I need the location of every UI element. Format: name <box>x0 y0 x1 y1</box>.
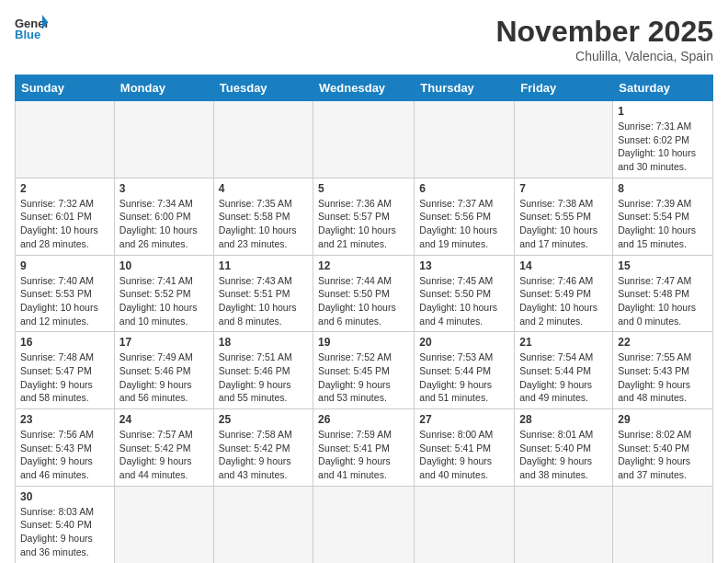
calendar-cell: 26Sunrise: 7:59 AM Sunset: 5:41 PM Dayli… <box>313 409 415 487</box>
day-number: 4 <box>219 182 308 195</box>
calendar-cell: 22Sunrise: 7:55 AM Sunset: 5:43 PM Dayli… <box>613 332 713 409</box>
calendar-cell: 7Sunrise: 7:38 AM Sunset: 5:55 PM Daylig… <box>515 178 613 255</box>
cell-info: Sunrise: 7:58 AM Sunset: 5:42 PM Dayligh… <box>219 428 308 482</box>
cell-info: Sunrise: 7:40 AM Sunset: 5:53 PM Dayligh… <box>20 274 109 328</box>
calendar-cell: 27Sunrise: 8:00 AM Sunset: 5:41 PM Dayli… <box>415 409 515 487</box>
day-number: 27 <box>419 413 509 426</box>
cell-info: Sunrise: 7:35 AM Sunset: 5:58 PM Dayligh… <box>219 197 308 251</box>
day-number: 24 <box>119 413 209 426</box>
cell-info: Sunrise: 7:43 AM Sunset: 5:51 PM Dayligh… <box>219 274 308 328</box>
cell-info: Sunrise: 7:44 AM Sunset: 5:50 PM Dayligh… <box>318 274 409 328</box>
calendar-cell <box>613 486 713 563</box>
cell-info: Sunrise: 7:46 AM Sunset: 5:49 PM Dayligh… <box>519 274 608 328</box>
calendar-cell <box>515 101 613 178</box>
weekday-header-saturday: Saturday <box>613 75 713 101</box>
day-number: 30 <box>20 490 109 503</box>
calendar-cell: 16Sunrise: 7:48 AM Sunset: 5:47 PM Dayli… <box>16 332 115 409</box>
cell-info: Sunrise: 7:49 AM Sunset: 5:46 PM Dayligh… <box>119 350 209 405</box>
week-row-1: 1Sunrise: 7:31 AM Sunset: 6:02 PM Daylig… <box>16 101 713 178</box>
weekday-header-monday: Monday <box>114 75 213 101</box>
day-number: 13 <box>419 259 509 272</box>
calendar-cell <box>213 101 313 178</box>
calendar-cell <box>515 486 613 563</box>
calendar-cell: 30Sunrise: 8:03 AM Sunset: 5:40 PM Dayli… <box>16 486 115 563</box>
calendar-cell <box>114 486 213 563</box>
calendar-cell: 28Sunrise: 8:01 AM Sunset: 5:40 PM Dayli… <box>515 409 613 487</box>
weekday-header-friday: Friday <box>515 75 613 101</box>
cell-info: Sunrise: 8:03 AM Sunset: 5:40 PM Dayligh… <box>20 505 109 559</box>
calendar-table: SundayMondayTuesdayWednesdayThursdayFrid… <box>15 75 713 563</box>
day-number: 22 <box>618 336 708 349</box>
day-number: 23 <box>20 413 109 426</box>
cell-info: Sunrise: 7:51 AM Sunset: 5:46 PM Dayligh… <box>219 350 308 405</box>
cell-info: Sunrise: 8:00 AM Sunset: 5:41 PM Dayligh… <box>419 428 509 482</box>
day-number: 11 <box>219 259 308 272</box>
cell-info: Sunrise: 7:56 AM Sunset: 5:43 PM Dayligh… <box>20 428 109 482</box>
cell-info: Sunrise: 8:01 AM Sunset: 5:40 PM Dayligh… <box>519 428 608 482</box>
svg-text:Blue: Blue <box>15 28 40 40</box>
cell-info: Sunrise: 7:52 AM Sunset: 5:45 PM Dayligh… <box>318 350 409 405</box>
day-number: 5 <box>318 182 409 195</box>
day-number: 21 <box>519 336 608 349</box>
logo: General Blue <box>15 15 48 40</box>
calendar-cell: 19Sunrise: 7:52 AM Sunset: 5:45 PM Dayli… <box>313 332 415 409</box>
cell-info: Sunrise: 7:57 AM Sunset: 5:42 PM Dayligh… <box>119 428 209 482</box>
location-subtitle: Chulilla, Valencia, Spain <box>495 49 713 63</box>
cell-info: Sunrise: 7:54 AM Sunset: 5:44 PM Dayligh… <box>519 350 608 405</box>
cell-info: Sunrise: 7:39 AM Sunset: 5:54 PM Dayligh… <box>618 197 708 251</box>
day-number: 15 <box>618 259 708 272</box>
day-number: 1 <box>618 105 708 118</box>
day-number: 2 <box>20 182 109 195</box>
calendar-cell <box>415 101 515 178</box>
day-number: 9 <box>20 259 109 272</box>
calendar-cell: 25Sunrise: 7:58 AM Sunset: 5:42 PM Dayli… <box>213 409 313 487</box>
week-row-6: 30Sunrise: 8:03 AM Sunset: 5:40 PM Dayli… <box>16 486 713 563</box>
day-number: 18 <box>219 336 308 349</box>
day-number: 7 <box>519 182 608 195</box>
calendar-cell: 8Sunrise: 7:39 AM Sunset: 5:54 PM Daylig… <box>613 178 713 255</box>
day-number: 8 <box>618 182 708 195</box>
calendar-cell <box>313 486 415 563</box>
calendar-cell: 13Sunrise: 7:45 AM Sunset: 5:50 PM Dayli… <box>415 255 515 332</box>
day-number: 26 <box>318 413 409 426</box>
day-number: 10 <box>119 259 209 272</box>
day-number: 29 <box>618 413 708 426</box>
calendar-cell: 15Sunrise: 7:47 AM Sunset: 5:48 PM Dayli… <box>613 255 713 332</box>
calendar-cell: 12Sunrise: 7:44 AM Sunset: 5:50 PM Dayli… <box>313 255 415 332</box>
day-number: 16 <box>20 336 109 349</box>
week-row-3: 9Sunrise: 7:40 AM Sunset: 5:53 PM Daylig… <box>16 255 713 332</box>
cell-info: Sunrise: 7:45 AM Sunset: 5:50 PM Dayligh… <box>419 274 509 328</box>
cell-info: Sunrise: 7:48 AM Sunset: 5:47 PM Dayligh… <box>20 350 109 405</box>
calendar-cell <box>313 101 415 178</box>
calendar-cell <box>114 101 213 178</box>
calendar-cell: 17Sunrise: 7:49 AM Sunset: 5:46 PM Dayli… <box>114 332 213 409</box>
calendar-cell: 10Sunrise: 7:41 AM Sunset: 5:52 PM Dayli… <box>114 255 213 332</box>
month-title: November 2025 <box>495 15 713 49</box>
calendar-cell: 20Sunrise: 7:53 AM Sunset: 5:44 PM Dayli… <box>415 332 515 409</box>
page-header: General Blue November 2025 Chulilla, Val… <box>15 15 713 63</box>
week-row-4: 16Sunrise: 7:48 AM Sunset: 5:47 PM Dayli… <box>16 332 713 409</box>
day-number: 17 <box>119 336 209 349</box>
day-number: 6 <box>419 182 509 195</box>
calendar-cell: 5Sunrise: 7:36 AM Sunset: 5:57 PM Daylig… <box>313 178 415 255</box>
cell-info: Sunrise: 7:38 AM Sunset: 5:55 PM Dayligh… <box>519 197 608 251</box>
cell-info: Sunrise: 7:34 AM Sunset: 6:00 PM Dayligh… <box>119 197 209 251</box>
logo-icon: General Blue <box>15 15 48 40</box>
day-number: 14 <box>519 259 608 272</box>
day-number: 25 <box>219 413 308 426</box>
cell-info: Sunrise: 8:02 AM Sunset: 5:40 PM Dayligh… <box>618 428 708 482</box>
calendar-cell: 9Sunrise: 7:40 AM Sunset: 5:53 PM Daylig… <box>16 255 115 332</box>
cell-info: Sunrise: 7:53 AM Sunset: 5:44 PM Dayligh… <box>419 350 509 405</box>
day-number: 19 <box>318 336 409 349</box>
cell-info: Sunrise: 7:36 AM Sunset: 5:57 PM Dayligh… <box>318 197 409 251</box>
calendar-cell: 21Sunrise: 7:54 AM Sunset: 5:44 PM Dayli… <box>515 332 613 409</box>
day-number: 28 <box>519 413 608 426</box>
weekday-header-wednesday: Wednesday <box>313 75 415 101</box>
calendar-cell: 23Sunrise: 7:56 AM Sunset: 5:43 PM Dayli… <box>16 409 115 487</box>
day-number: 12 <box>318 259 409 272</box>
title-block: November 2025 Chulilla, Valencia, Spain <box>495 15 713 63</box>
week-row-5: 23Sunrise: 7:56 AM Sunset: 5:43 PM Dayli… <box>16 409 713 487</box>
calendar-cell: 18Sunrise: 7:51 AM Sunset: 5:46 PM Dayli… <box>213 332 313 409</box>
calendar-cell <box>16 101 115 178</box>
weekday-header-tuesday: Tuesday <box>213 75 313 101</box>
